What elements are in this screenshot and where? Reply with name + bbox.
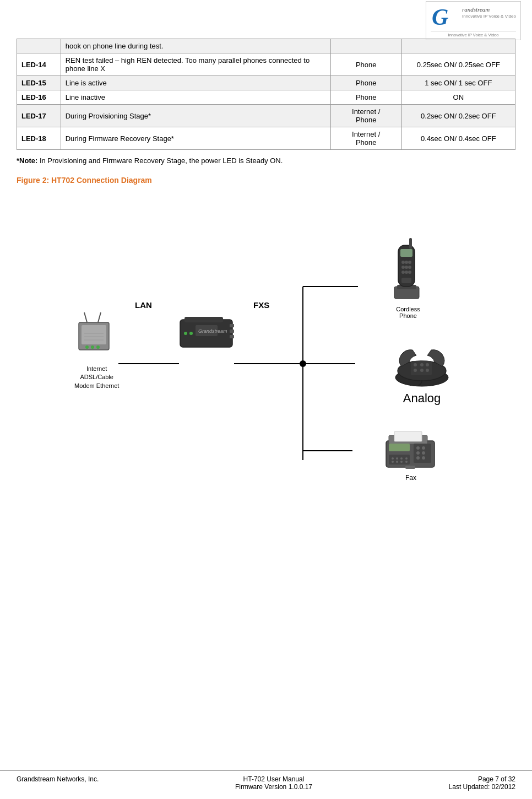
svg-point-59 <box>416 456 420 460</box>
led-id-cell: LED-16 <box>17 90 61 105</box>
svg-point-66 <box>405 457 408 460</box>
svg-point-55 <box>416 446 420 450</box>
svg-rect-19 <box>184 317 223 322</box>
svg-point-63 <box>392 457 394 460</box>
modem-device: Internet ADSL/Cable Modem Ethernet <box>74 311 119 390</box>
note-prefix: *Note: <box>17 156 37 165</box>
led-description-cell: Line inactive <box>61 90 330 105</box>
svg-point-67 <box>392 461 394 463</box>
led-blink-cell: 0.2sec ON/ 0.2sec OFF <box>401 105 515 127</box>
led-interface-cell: Phone <box>330 53 401 76</box>
lan-label: LAN <box>135 300 152 310</box>
svg-point-13 <box>91 345 94 349</box>
svg-rect-62 <box>389 455 410 465</box>
svg-point-56 <box>422 446 425 450</box>
svg-point-35 <box>401 266 405 269</box>
svg-point-68 <box>396 461 398 463</box>
svg-rect-44 <box>411 361 432 375</box>
led-description-cell: During Provisioning Stage* <box>61 105 330 127</box>
led-interface-cell: Phone <box>330 76 401 90</box>
led-id-cell: LED-17 <box>17 105 61 127</box>
fax-device: Fax <box>383 427 438 482</box>
page-footer: Grandstream Networks, Inc. HT-702 User M… <box>0 770 532 791</box>
modem-label: Internet ADSL/Cable Modem Ethernet <box>74 365 119 390</box>
logo-area: G randstream Innovative IP Voice & Video… <box>455 6 521 36</box>
led-blink-cell: 1 sec ON/ 1 sec OFF <box>401 76 515 90</box>
cordless-phone-device: Cordless Phone <box>386 237 430 319</box>
svg-point-49 <box>420 369 424 372</box>
ht702-icon: Grandstream <box>179 314 240 355</box>
led-id-cell: LED-15 <box>17 76 61 90</box>
led-description-cell: REN test failed – high REN detected. Too… <box>61 53 330 76</box>
logo-tagline: Innovative IP Voice & Video <box>462 14 516 19</box>
cordless-phone-label: Cordless Phone <box>386 306 430 319</box>
led-id-cell: LED-14 <box>17 53 61 76</box>
figure-title: Figure 2: HT702 Connection Diagram <box>17 176 515 185</box>
led-interface-cell: Phone <box>330 90 401 105</box>
svg-text:G: G <box>432 4 448 29</box>
brand-logo: G randstream Innovative IP Voice & Video… <box>426 1 521 40</box>
led-blink-cell: ON <box>401 90 515 105</box>
svg-rect-30 <box>409 238 412 249</box>
svg-point-60 <box>422 456 425 460</box>
svg-point-69 <box>400 461 403 463</box>
svg-point-14 <box>96 345 100 349</box>
svg-rect-9 <box>82 325 106 344</box>
svg-point-37 <box>408 266 411 269</box>
led-blink-cell: 0.4sec ON/ 0.4sec OFF <box>401 127 515 150</box>
svg-rect-25 <box>230 330 234 333</box>
svg-rect-71 <box>405 466 415 469</box>
svg-point-34 <box>408 261 411 264</box>
led-description-cell: Line is active <box>61 76 330 90</box>
led-id-cell: LED-18 <box>17 127 61 150</box>
cordless-phone-icon <box>386 237 430 303</box>
fax-icon <box>383 427 438 471</box>
note-body: In Provisioning and Firmware Recovery St… <box>37 156 283 165</box>
svg-point-40 <box>408 271 411 274</box>
svg-point-33 <box>405 261 408 264</box>
svg-point-23 <box>189 332 193 335</box>
svg-point-58 <box>422 451 425 455</box>
svg-point-48 <box>414 369 417 372</box>
svg-line-11 <box>98 312 101 322</box>
svg-line-10 <box>84 312 87 322</box>
svg-point-46 <box>420 363 424 366</box>
main-content: hook on phone line during test.LED-14REN… <box>0 0 532 504</box>
svg-point-57 <box>416 451 420 455</box>
svg-rect-31 <box>400 249 412 257</box>
led-blink-cell: 0.25sec ON/ 0.25sec OFF <box>401 53 515 76</box>
svg-point-50 <box>426 369 429 372</box>
led-description-cell: hook on phone line during test. <box>61 39 330 53</box>
svg-rect-61 <box>389 444 410 451</box>
svg-rect-26 <box>230 335 234 338</box>
analog-phone-icon <box>392 344 452 388</box>
fax-label: Fax <box>383 474 438 482</box>
fxs-label: FXS <box>253 300 269 310</box>
led-table: hook on phone line during test.LED-14REN… <box>17 39 515 150</box>
analog-label: Analog <box>392 391 452 406</box>
led-description-cell: During Firmware Recovery Stage* <box>61 127 330 150</box>
svg-point-36 <box>405 266 408 269</box>
svg-rect-41 <box>401 278 411 283</box>
svg-rect-24 <box>230 324 234 327</box>
logo-subtitle: Innovative IP Voice & Video <box>431 31 516 37</box>
modem-icon <box>76 311 117 361</box>
svg-point-12 <box>85 345 89 349</box>
connection-diagram: LAN FXS Internet <box>17 196 515 482</box>
svg-point-64 <box>396 457 398 460</box>
footer-manual-title: HT-702 User Manual <box>235 775 312 783</box>
footer-firmware: Firmware Version 1.0.0.17 <box>235 783 312 791</box>
led-interface-cell: Internet /Phone <box>330 127 401 150</box>
footer-date: Last Updated: 02/2012 <box>449 783 515 791</box>
svg-point-38 <box>401 271 405 274</box>
svg-point-32 <box>401 261 405 264</box>
svg-point-7 <box>300 360 306 367</box>
svg-point-22 <box>184 332 187 335</box>
led-blink-cell <box>401 39 515 53</box>
footer-left: Grandstream Networks, Inc. <box>17 775 99 791</box>
svg-point-70 <box>405 461 408 463</box>
svg-text:Grandstream: Grandstream <box>198 328 227 334</box>
footer-center: HT-702 User Manual Firmware Version 1.0.… <box>235 775 312 791</box>
ht702-device: Grandstream <box>179 314 240 357</box>
svg-point-39 <box>405 271 408 274</box>
